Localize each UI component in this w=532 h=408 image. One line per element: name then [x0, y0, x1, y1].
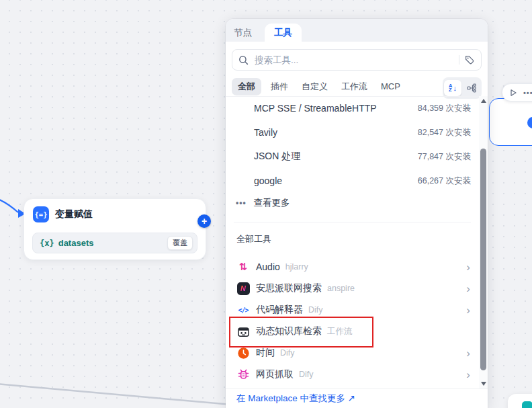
filter-workflow[interactable]: 工作流 [337, 78, 371, 95]
filter-custom[interactable]: 自定义 [298, 78, 332, 95]
node-toolbar: ••• [502, 83, 532, 101]
filter-mcp[interactable]: MCP [377, 79, 404, 94]
search-input[interactable] [253, 54, 454, 66]
play-icon[interactable] [509, 89, 517, 97]
panel-tabs: 节点 工具 [226, 19, 488, 42]
tab-nodes[interactable]: 节点 [230, 24, 255, 42]
variable-name: datasets [58, 238, 94, 248]
install-count: 82,547 次安装 [418, 127, 471, 138]
scrollbar-thumb[interactable] [480, 149, 486, 370]
plugin-name: google [254, 175, 282, 186]
chevron-right-icon[interactable]: › [464, 369, 472, 380]
clock-icon [236, 346, 250, 360]
ellipsis-icon: ••• [236, 198, 247, 208]
install-count: 77,847 次安装 [418, 151, 471, 163]
selected-node-partial[interactable] [489, 98, 532, 146]
marketplace-link[interactable]: 在 Marketplace 中查找更多 ↗ [236, 393, 355, 405]
code-icon: </> [236, 303, 250, 317]
all-tools-list: ⇅ Audio hjlarry › N 安思派联网搜索 anspire › </… [226, 256, 479, 385]
scrollbar[interactable] [479, 96, 488, 389]
tools-list: MCP SSE / StreamableHTTP 84,359 次安装 Tavi… [226, 96, 479, 389]
scroll-up-icon[interactable] [481, 99, 486, 103]
bottom-right-node-partial[interactable] [508, 394, 532, 408]
tool-row-audio[interactable]: ⇅ Audio hjlarry › [226, 256, 479, 278]
node-header: {=} 变量赋值 [24, 199, 206, 222]
tool-org: Dify [299, 370, 314, 379]
add-next-node-button[interactable]: + [197, 214, 211, 228]
plugin-name: MCP SSE / StreamableHTTP [254, 103, 377, 114]
tag-filter-icon[interactable] [464, 54, 475, 65]
scroll-down-icon[interactable] [481, 382, 486, 386]
tool-row-dynamic-knowledge-retrieval[interactable]: 动态知识库检索 工作流 [226, 321, 479, 342]
filter-tabs: 全部 插件 自定义 工作流 MCP [232, 77, 437, 96]
anspire-icon: N [236, 282, 250, 295]
tool-org: anspire [327, 284, 355, 293]
trending-row[interactable]: Tavily 82,547 次安装 [226, 120, 479, 145]
panel-footer: 在 Marketplace 中查找更多 ↗ [226, 389, 488, 408]
chevron-right-icon[interactable]: › [464, 304, 472, 316]
variable-assigner-node[interactable]: {=} 变量赋值 + {x} datasets 覆盖 [24, 198, 206, 260]
see-more-button[interactable]: ••• 查看更多 [226, 193, 479, 213]
section-title: 全部工具 [236, 233, 479, 247]
trending-row[interactable]: JSON 处理 77,847 次安装 [226, 145, 479, 169]
search-box[interactable] [232, 49, 482, 71]
tool-org: hjlarry [285, 262, 308, 272]
plugin-name: Tavily [254, 127, 277, 138]
trending-row[interactable]: MCP SSE / StreamableHTTP 84,359 次安装 [226, 96, 479, 120]
tool-row-code-interpreter[interactable]: </> 代码解释器 Dify › [226, 299, 479, 321]
tab-tools[interactable]: 工具 [265, 24, 302, 42]
robot-icon [236, 325, 250, 338]
knowledge-node-icon [522, 401, 532, 408]
filter-all[interactable]: 全部 [232, 78, 261, 95]
search-icon [238, 55, 249, 65]
trending-row[interactable]: google 66,267 次安装 [226, 169, 479, 193]
install-count: 66,267 次安装 [418, 175, 471, 187]
chevron-right-icon[interactable]: › [464, 261, 472, 273]
filter-plugins[interactable]: 插件 [267, 78, 292, 95]
variable-row[interactable]: {x} datasets 覆盖 [32, 233, 197, 253]
audio-icon: ⇅ [236, 260, 250, 274]
sort-az-icon[interactable]: AZ↓ [444, 80, 461, 96]
chevron-right-icon[interactable]: › [464, 348, 472, 359]
tool-row-web-scraper[interactable]: 网页抓取 Dify › [226, 364, 479, 385]
tool-org: Dify [280, 348, 295, 358]
tree-view-icon[interactable] [463, 80, 480, 96]
block-selector-panel: 节点 工具 全部 插件 自定义 工作流 MCP AZ↓ [226, 19, 488, 408]
tool-org: 工作流 [327, 326, 353, 337]
web-scraper-icon [236, 368, 250, 381]
variable-assigner-icon: {=} [33, 206, 49, 222]
node-title: 变量赋值 [55, 208, 93, 220]
edge-blue [0, 198, 18, 212]
plugin-name: JSON 处理 [254, 151, 300, 163]
variable-icon: {x} [40, 239, 54, 248]
tool-org: Dify [308, 305, 323, 315]
tool-row-time[interactable]: 时间 Dify › [226, 342, 479, 364]
tool-row-anspire-search[interactable]: N 安思派联网搜索 anspire › [226, 278, 479, 299]
chevron-right-icon[interactable]: › [464, 283, 472, 294]
search-divider [459, 55, 459, 65]
see-more-label: 查看更多 [254, 197, 290, 209]
edge-gray [0, 384, 232, 405]
more-actions-icon[interactable]: ••• [523, 89, 532, 97]
overwrite-badge: 覆盖 [167, 236, 193, 250]
install-count: 84,359 次安装 [418, 103, 471, 114]
divider [234, 222, 471, 222]
